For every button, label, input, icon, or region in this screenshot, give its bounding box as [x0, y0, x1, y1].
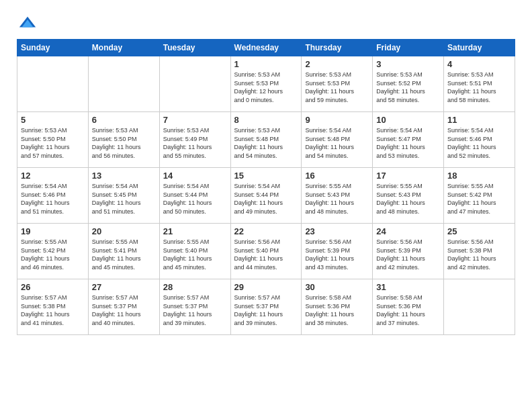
day-info: Sunrise: 5:54 AM Sunset: 5:46 PM Dayligh… — [447, 126, 511, 160]
day-info: Sunrise: 5:53 AM Sunset: 5:49 PM Dayligh… — [163, 126, 227, 160]
day-info: Sunrise: 5:54 AM Sunset: 5:47 PM Dayligh… — [376, 126, 440, 160]
day-info: Sunrise: 5:54 AM Sunset: 5:48 PM Dayligh… — [305, 126, 369, 160]
day-info: Sunrise: 5:57 AM Sunset: 5:38 PM Dayligh… — [21, 293, 85, 327]
day-number: 24 — [376, 226, 440, 236]
day-number: 23 — [305, 226, 369, 236]
week-row-3: 12Sunrise: 5:54 AM Sunset: 5:46 PM Dayli… — [17, 168, 515, 224]
logo — [17, 13, 37, 32]
weekday-header-row: SundayMondayTuesdayWednesdayThursdayFrid… — [17, 40, 515, 56]
calendar-cell: 9Sunrise: 5:54 AM Sunset: 5:48 PM Daylig… — [302, 112, 373, 168]
weekday-header-saturday: Saturday — [444, 40, 515, 56]
day-number: 15 — [234, 171, 298, 181]
calendar-cell: 21Sunrise: 5:55 AM Sunset: 5:40 PM Dayli… — [159, 224, 230, 279]
day-info: Sunrise: 5:54 AM Sunset: 5:46 PM Dayligh… — [21, 182, 85, 216]
calendar-cell: 1Sunrise: 5:53 AM Sunset: 5:53 PM Daylig… — [230, 56, 302, 112]
day-number: 8 — [234, 115, 298, 125]
weekday-header-wednesday: Wednesday — [230, 40, 302, 56]
calendar-cell — [88, 56, 159, 112]
calendar-cell: 27Sunrise: 5:57 AM Sunset: 5:37 PM Dayli… — [88, 279, 159, 335]
calendar-cell: 5Sunrise: 5:53 AM Sunset: 5:50 PM Daylig… — [17, 112, 89, 168]
day-number: 16 — [305, 171, 369, 181]
weekday-header-sunday: Sunday — [17, 40, 89, 56]
calendar-cell: 8Sunrise: 5:53 AM Sunset: 5:48 PM Daylig… — [230, 112, 302, 168]
day-info: Sunrise: 5:58 AM Sunset: 5:36 PM Dayligh… — [305, 293, 369, 327]
calendar-cell: 4Sunrise: 5:53 AM Sunset: 5:51 PM Daylig… — [444, 56, 515, 112]
week-row-2: 5Sunrise: 5:53 AM Sunset: 5:50 PM Daylig… — [17, 112, 515, 168]
day-info: Sunrise: 5:53 AM Sunset: 5:52 PM Dayligh… — [376, 71, 440, 104]
day-number: 26 — [21, 282, 85, 292]
day-info: Sunrise: 5:55 AM Sunset: 5:43 PM Dayligh… — [305, 182, 369, 216]
day-info: Sunrise: 5:53 AM Sunset: 5:50 PM Dayligh… — [92, 126, 156, 160]
calendar-cell: 31Sunrise: 5:58 AM Sunset: 5:36 PM Dayli… — [373, 279, 444, 335]
calendar-cell: 14Sunrise: 5:54 AM Sunset: 5:44 PM Dayli… — [159, 168, 230, 224]
day-number: 10 — [376, 115, 440, 125]
day-number: 20 — [92, 226, 156, 236]
calendar-cell: 15Sunrise: 5:54 AM Sunset: 5:44 PM Dayli… — [230, 168, 302, 224]
calendar-cell: 22Sunrise: 5:56 AM Sunset: 5:40 PM Dayli… — [230, 224, 302, 279]
day-info: Sunrise: 5:56 AM Sunset: 5:38 PM Dayligh… — [447, 238, 511, 271]
day-number: 5 — [21, 115, 85, 125]
calendar-cell: 10Sunrise: 5:54 AM Sunset: 5:47 PM Dayli… — [373, 112, 444, 168]
day-info: Sunrise: 5:53 AM Sunset: 5:48 PM Dayligh… — [234, 126, 298, 160]
week-row-4: 19Sunrise: 5:55 AM Sunset: 5:42 PM Dayli… — [17, 224, 515, 279]
day-number: 7 — [163, 115, 227, 125]
day-info: Sunrise: 5:55 AM Sunset: 5:43 PM Dayligh… — [376, 182, 440, 216]
day-info: Sunrise: 5:53 AM Sunset: 5:51 PM Dayligh… — [447, 71, 511, 104]
calendar-cell: 6Sunrise: 5:53 AM Sunset: 5:50 PM Daylig… — [88, 112, 159, 168]
calendar-cell: 2Sunrise: 5:53 AM Sunset: 5:53 PM Daylig… — [302, 56, 373, 112]
week-row-5: 26Sunrise: 5:57 AM Sunset: 5:38 PM Dayli… — [17, 279, 515, 335]
day-info: Sunrise: 5:54 AM Sunset: 5:44 PM Dayligh… — [234, 182, 298, 216]
calendar-table: SundayMondayTuesdayWednesdayThursdayFrid… — [17, 39, 515, 335]
calendar-cell: 16Sunrise: 5:55 AM Sunset: 5:43 PM Dayli… — [302, 168, 373, 224]
day-info: Sunrise: 5:58 AM Sunset: 5:36 PM Dayligh… — [376, 293, 440, 327]
day-info: Sunrise: 5:56 AM Sunset: 5:39 PM Dayligh… — [305, 238, 369, 271]
day-info: Sunrise: 5:54 AM Sunset: 5:44 PM Dayligh… — [163, 182, 227, 216]
calendar-cell: 26Sunrise: 5:57 AM Sunset: 5:38 PM Dayli… — [17, 279, 89, 335]
day-info: Sunrise: 5:57 AM Sunset: 5:37 PM Dayligh… — [234, 293, 298, 327]
weekday-header-tuesday: Tuesday — [159, 40, 230, 56]
day-number: 27 — [92, 282, 156, 292]
day-number: 30 — [305, 282, 369, 292]
day-info: Sunrise: 5:55 AM Sunset: 5:42 PM Dayligh… — [21, 238, 85, 271]
day-number: 18 — [447, 171, 511, 181]
weekday-header-thursday: Thursday — [302, 40, 373, 56]
day-number: 6 — [92, 115, 156, 125]
day-number: 28 — [163, 282, 227, 292]
day-info: Sunrise: 5:55 AM Sunset: 5:42 PM Dayligh… — [447, 182, 511, 216]
calendar-cell — [17, 56, 89, 112]
day-info: Sunrise: 5:56 AM Sunset: 5:40 PM Dayligh… — [234, 238, 298, 271]
day-info: Sunrise: 5:55 AM Sunset: 5:41 PM Dayligh… — [92, 238, 156, 271]
day-number: 12 — [21, 171, 85, 181]
day-number: 2 — [305, 59, 369, 69]
day-info: Sunrise: 5:53 AM Sunset: 5:53 PM Dayligh… — [234, 71, 298, 104]
calendar-cell: 19Sunrise: 5:55 AM Sunset: 5:42 PM Dayli… — [17, 224, 89, 279]
day-info: Sunrise: 5:55 AM Sunset: 5:40 PM Dayligh… — [163, 238, 227, 271]
calendar-cell: 12Sunrise: 5:54 AM Sunset: 5:46 PM Dayli… — [17, 168, 89, 224]
calendar-cell: 30Sunrise: 5:58 AM Sunset: 5:36 PM Dayli… — [302, 279, 373, 335]
calendar-cell: 20Sunrise: 5:55 AM Sunset: 5:41 PM Dayli… — [88, 224, 159, 279]
calendar-cell — [444, 279, 515, 335]
logo-icon — [18, 13, 37, 32]
calendar-cell: 28Sunrise: 5:57 AM Sunset: 5:37 PM Dayli… — [159, 279, 230, 335]
day-number: 4 — [447, 59, 511, 69]
day-number: 1 — [234, 59, 298, 69]
day-number: 14 — [163, 171, 227, 181]
day-number: 3 — [376, 59, 440, 69]
day-number: 29 — [234, 282, 298, 292]
day-number: 9 — [305, 115, 369, 125]
day-info: Sunrise: 5:56 AM Sunset: 5:39 PM Dayligh… — [376, 238, 440, 271]
day-number: 31 — [376, 282, 440, 292]
calendar-cell — [159, 56, 230, 112]
day-number: 25 — [447, 226, 511, 236]
calendar-cell: 17Sunrise: 5:55 AM Sunset: 5:43 PM Dayli… — [373, 168, 444, 224]
day-info: Sunrise: 5:54 AM Sunset: 5:45 PM Dayligh… — [92, 182, 156, 216]
day-number: 17 — [376, 171, 440, 181]
day-number: 13 — [92, 171, 156, 181]
day-info: Sunrise: 5:57 AM Sunset: 5:37 PM Dayligh… — [92, 293, 156, 327]
calendar-cell: 23Sunrise: 5:56 AM Sunset: 5:39 PM Dayli… — [302, 224, 373, 279]
page: SundayMondayTuesdayWednesdayThursdayFrid… — [0, 0, 532, 411]
day-number: 19 — [21, 226, 85, 236]
day-info: Sunrise: 5:53 AM Sunset: 5:50 PM Dayligh… — [21, 126, 85, 160]
week-row-1: 1Sunrise: 5:53 AM Sunset: 5:53 PM Daylig… — [17, 56, 515, 112]
day-number: 11 — [447, 115, 511, 125]
